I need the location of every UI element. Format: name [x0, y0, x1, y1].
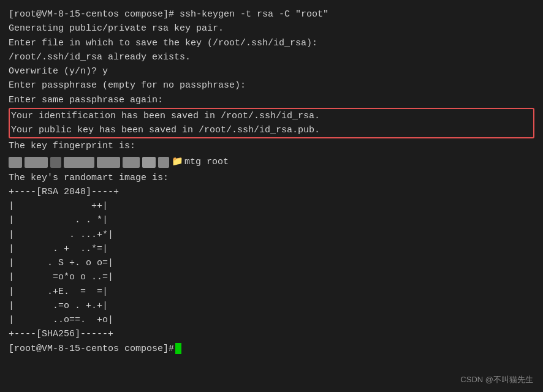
blur-box-2	[25, 157, 48, 168]
passphrase-line: Enter passphrase (empty for no passphras…	[9, 78, 534, 92]
folder-label: 📁mtg root	[172, 155, 229, 169]
blur-box-5	[97, 157, 120, 168]
terminal-window: [root@VM-8-15-centos compose]# ssh-keyge…	[0, 0, 543, 392]
art-top-line: +----[RSA 2048]----+	[9, 185, 534, 199]
blur-box-4	[64, 157, 94, 168]
art-8-line: | .=o . +.+|	[9, 299, 534, 313]
watermark: CSDN @不叫猫先生	[460, 374, 533, 386]
blur-box-3	[50, 157, 61, 168]
blur-box-8	[158, 157, 169, 168]
id-saved-line: Your identification has been saved in /r…	[10, 109, 533, 123]
prompt-text: [root@VM-8-15-centos compose]#	[9, 342, 174, 356]
fingerprint-line: The key fingerprint is:	[9, 139, 534, 153]
blur-box-6	[123, 157, 140, 168]
art-7-line: | .+E. = =|	[9, 285, 534, 299]
prompt-line: [root@VM-8-15-centos compose]#	[9, 342, 534, 356]
art-5-line: | . S +. o o=|	[9, 256, 534, 270]
folder-icon: 📁	[172, 157, 183, 167]
pub-saved-line: Your public key has been saved in /root/…	[10, 123, 533, 137]
blur-box-1	[9, 157, 22, 168]
already-line: /root/.ssh/id_rsa already exists.	[9, 50, 534, 64]
cmd-line: [root@VM-8-15-centos compose]# ssh-keyge…	[9, 7, 534, 21]
blur-box-7	[142, 157, 156, 168]
art-4-line: | . + ..*=|	[9, 242, 534, 256]
art-2-line: | . . *|	[9, 213, 534, 227]
art-bottom-line: +----[SHA256]-----+	[9, 327, 534, 341]
highlighted-saved-block: Your identification has been saved in /r…	[9, 108, 534, 139]
fingerprint-hash-row: 📁mtg root	[9, 155, 534, 170]
art-3-line: | . ...+*|	[9, 228, 534, 242]
art-9-line: | ..o==. +o|	[9, 313, 534, 327]
overwrite-line: Overwrite (y/n)? y	[9, 64, 534, 78]
enter-file-line: Enter file in which to save the key (/ro…	[9, 36, 534, 50]
randomart-header-line: The key's randomart image is:	[9, 171, 534, 185]
gen-line: Generating public/private rsa key pair.	[9, 21, 534, 36]
same-pass-line: Enter same passphrase again:	[9, 93, 534, 107]
terminal-cursor	[175, 343, 181, 354]
art-6-line: | =o*o o ..=|	[9, 270, 534, 284]
art-1-line: | ++|	[9, 199, 534, 213]
